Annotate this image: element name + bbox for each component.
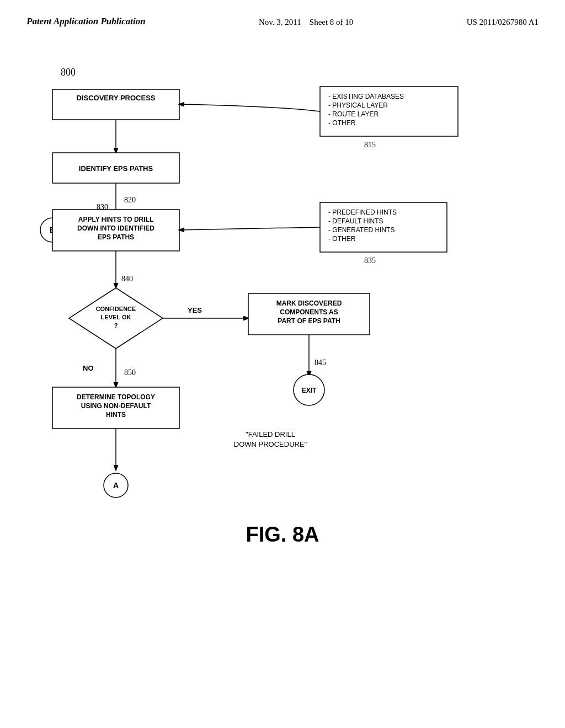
arrow-db-discovery [179, 104, 320, 111]
yes-label: YES [188, 306, 202, 314]
confidence-text2: LEVEL OK [101, 314, 131, 320]
discovery-text: DISCOVERY PROCESS [76, 94, 155, 102]
figure-label: FIG. 8A [246, 523, 319, 546]
patent-number: US 2011/0267980 A1 [467, 15, 539, 29]
mark-text3: PART OF EPS PATH [278, 317, 340, 325]
arrow-hints-apply [179, 227, 320, 230]
apply-hints-text2: DOWN INTO IDENTIFIED [77, 224, 154, 232]
publication-title: Patent Application Publication [26, 15, 146, 28]
db-text3: - ROUTE LAYER [328, 110, 379, 118]
confidence-text3: ? [114, 322, 118, 329]
hints-text2: - DEFAULT HINTS [328, 217, 383, 225]
hints-text4: - OTHER [328, 235, 356, 243]
determine-text1: DETERMINE TOPOLOGY [77, 393, 155, 401]
diagram-label: 800 [61, 67, 76, 78]
label-815: 815 [364, 141, 376, 149]
determine-text3: HINTS [106, 411, 126, 419]
determine-text2: USING NON-DEFAULT [81, 402, 151, 410]
apply-hints-text3: EPS PATHS [98, 233, 134, 241]
db-text2: - PHYSICAL LAYER [328, 101, 388, 109]
a-label: A [113, 481, 119, 490]
hints-text1: - PREDEFINED HINTS [328, 208, 397, 216]
hints-text3: - GENERATED HINTS [328, 226, 395, 234]
exit-label: EXIT [302, 387, 317, 394]
label-840: 840 [121, 275, 133, 283]
identify-text: IDENTIFY EPS PATHS [79, 164, 153, 173]
label-835: 835 [364, 256, 376, 265]
page-header: Patent Application Publication Nov. 3, 2… [0, 0, 565, 29]
db-text4: - OTHER [328, 119, 356, 127]
diagram-area: 800 DISCOVERY PROCESS 810 IDENTIFY EPS P… [0, 34, 565, 696]
db-text1: - EXISTING DATABASES [328, 93, 404, 100]
no-label: NO [83, 364, 94, 372]
mark-text1: MARK DISCOVERED [276, 299, 342, 307]
confidence-text1: CONFIDENCE [96, 306, 136, 312]
label-845: 845 [315, 358, 326, 367]
mark-text2: COMPONENTS AS [280, 308, 338, 316]
apply-hints-text1: APPLY HINTS TO DRILL [78, 216, 153, 223]
label-820: 820 [124, 196, 136, 204]
sheet-info: Sheet 8 of 10 [310, 18, 354, 26]
header-center: Nov. 3, 2011 Sheet 8 of 10 [259, 15, 353, 29]
failed-text2: DOWN PROCEDURE" [234, 440, 307, 448]
flowchart-svg: 800 DISCOVERY PROCESS 810 IDENTIFY EPS P… [0, 34, 565, 696]
failed-text1: "FAILED DRILL [246, 430, 295, 438]
label-850: 850 [124, 368, 136, 377]
publication-date: Nov. 3, 2011 [259, 18, 301, 26]
